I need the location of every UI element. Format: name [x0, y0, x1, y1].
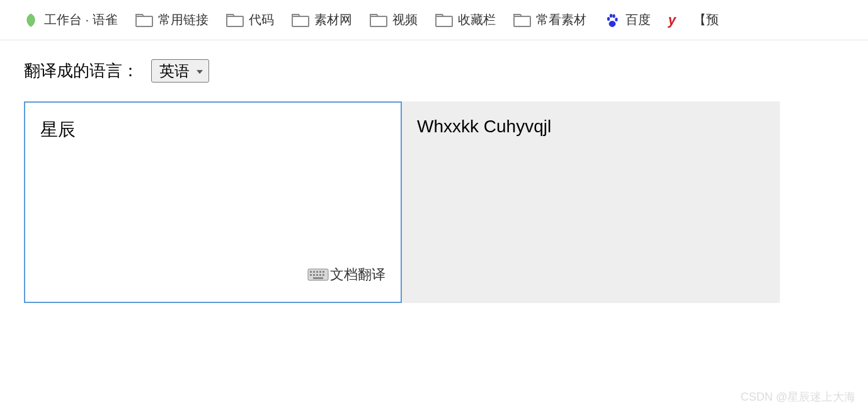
svg-rect-18 — [316, 274, 318, 276]
translate-box: 星辰 — [24, 101, 780, 303]
bookmark-label: 素材网 — [314, 11, 352, 28]
language-select[interactable]: 英语 — [151, 59, 209, 83]
bookmark-preview[interactable]: 【预 — [685, 9, 728, 31]
bookmark-folder-material[interactable]: 素材网 — [283, 9, 361, 31]
svg-rect-12 — [313, 271, 315, 273]
svg-rect-3 — [370, 16, 387, 26]
bookmark-label: 视频 — [392, 11, 418, 28]
svg-rect-11 — [310, 271, 312, 273]
doc-translate-button[interactable]: 文档翻译 — [307, 265, 385, 284]
svg-rect-4 — [436, 16, 452, 26]
svg-rect-2 — [292, 16, 309, 26]
bookmark-folder-common-links[interactable]: 常用链接 — [127, 9, 217, 31]
svg-point-7 — [609, 14, 612, 18]
svg-rect-15 — [323, 271, 324, 273]
svg-point-8 — [612, 14, 615, 18]
yuque-icon — [23, 12, 39, 28]
svg-point-9 — [615, 18, 617, 21]
output-text: Whxxkk Cuhyvqjl — [417, 117, 765, 137]
bookmark-label: 代码 — [249, 11, 274, 28]
svg-point-6 — [607, 17, 609, 21]
bookmark-label: 【预 — [694, 11, 719, 28]
svg-rect-16 — [310, 274, 312, 276]
language-select-wrap: 英语 — [151, 59, 209, 83]
keyboard-icon — [307, 268, 329, 282]
bookmark-y[interactable]: y — [660, 9, 685, 31]
main-content: 翻译成的语言： 英语 星辰 — [0, 40, 868, 322]
doc-translate-label: 文档翻译 — [330, 265, 385, 284]
y-icon: y — [668, 12, 676, 28]
bookmark-folder-often-view[interactable]: 常看素材 — [505, 9, 595, 31]
bookmark-label: 收藏栏 — [458, 11, 496, 28]
bookmark-label: 百度 — [625, 11, 651, 28]
bookmark-folder-code[interactable]: 代码 — [217, 9, 283, 31]
folder-icon — [370, 13, 387, 27]
output-pane: Whxxkk Cuhyvqjl — [402, 101, 780, 303]
folder-icon — [513, 13, 531, 27]
bookmark-yuque[interactable]: 工作台 · 语雀 — [14, 9, 127, 31]
baidu-icon — [604, 12, 620, 28]
svg-rect-19 — [319, 274, 321, 276]
folder-icon — [135, 13, 153, 27]
input-pane: 星辰 — [24, 101, 402, 303]
folder-icon — [292, 13, 309, 27]
bookmark-label: 工作台 · 语雀 — [44, 11, 118, 28]
folder-icon — [226, 13, 244, 27]
folder-icon — [435, 13, 453, 27]
svg-rect-1 — [227, 16, 243, 26]
bookmark-folder-favorites[interactable]: 收藏栏 — [426, 9, 505, 31]
bookmark-label: 常看素材 — [536, 11, 586, 28]
bookmark-baidu[interactable]: 百度 — [595, 9, 660, 31]
svg-rect-0 — [136, 16, 152, 26]
language-label: 翻译成的语言： — [24, 60, 139, 82]
svg-rect-14 — [319, 271, 321, 273]
svg-rect-20 — [323, 274, 324, 276]
svg-rect-5 — [514, 16, 530, 26]
watermark: CSDN @星辰迷上大海 — [741, 389, 855, 404]
bookmark-bar: 工作台 · 语雀 常用链接 代码 素材网 视频 收藏栏 常看素材 — [0, 0, 868, 40]
svg-rect-13 — [316, 271, 318, 273]
bookmark-folder-video[interactable]: 视频 — [361, 9, 426, 31]
svg-rect-17 — [313, 274, 315, 276]
svg-rect-21 — [313, 277, 323, 279]
bookmark-label: 常用链接 — [158, 11, 208, 28]
language-row: 翻译成的语言： 英语 — [24, 59, 844, 83]
input-textarea[interactable]: 星辰 — [40, 118, 385, 287]
